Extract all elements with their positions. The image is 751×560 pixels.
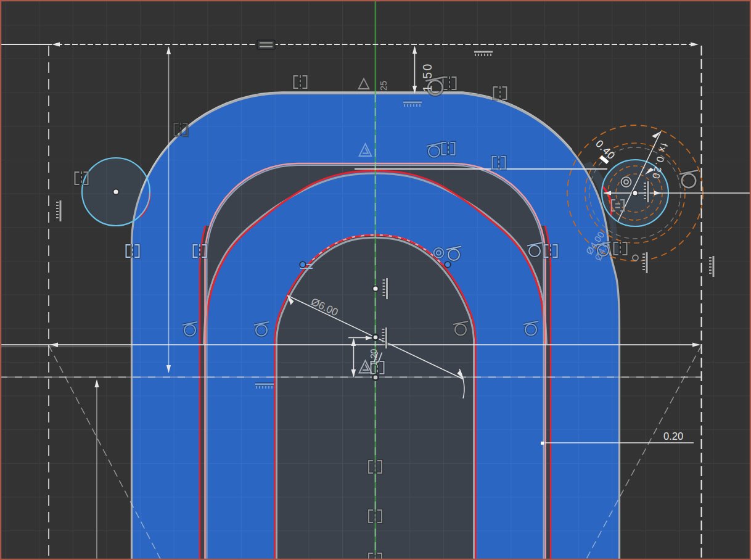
svg-text:1.50: 1.50 (421, 62, 434, 92)
svg-text:1.20: 1.20 (369, 349, 379, 366)
svg-text:0.20: 0.20 (663, 430, 683, 442)
svg-text:25: 25 (379, 81, 388, 91)
